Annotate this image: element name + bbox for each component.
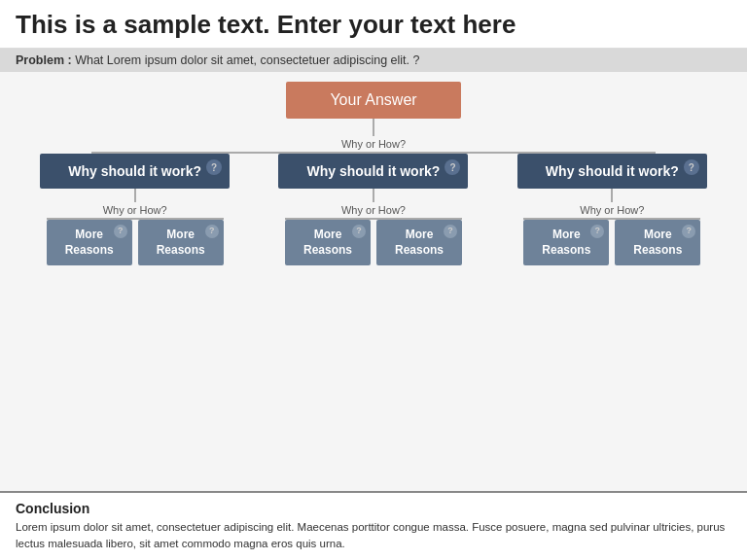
why-box-right-label: Why should it work? <box>546 163 679 179</box>
vert-l1-left <box>134 189 136 202</box>
reason-box-3[interactable]: ? MoreReasons <box>285 220 371 265</box>
level2-row-left: ? MoreReasons ? MoreReasons <box>47 220 224 265</box>
why-how-top-label: Why or How? <box>341 138 406 150</box>
level1-col-center: ? Why should it work? Why or How? ? More… <box>267 154 480 265</box>
reason-box-5[interactable]: ? MoreReasons <box>523 220 609 265</box>
conclusion-title: Conclusion <box>16 501 731 516</box>
q-icon-4: ? <box>444 225 457 238</box>
question-icon-3: ? <box>684 159 699 175</box>
vert-l1-right <box>611 189 613 202</box>
main-title: This is a sample text. Enter your text h… <box>16 10 731 40</box>
problem-label: Problem : <box>16 53 72 67</box>
reason-box-4[interactable]: ? MoreReasons <box>376 220 462 265</box>
why-box-center[interactable]: ? Why should it work? <box>278 154 468 189</box>
why-box-center-label: Why should it work? <box>307 163 441 179</box>
answer-box[interactable]: Your Answer <box>286 82 461 119</box>
why-how-label-center: Why or How? <box>341 204 406 216</box>
why-box-left-label: Why should it work? <box>68 163 201 179</box>
vert-connector-top <box>373 119 374 136</box>
vert-l1-center <box>373 189 374 202</box>
header: This is a sample text. Enter your text h… <box>0 0 747 49</box>
why-box-right[interactable]: ? Why should it work? <box>517 154 707 189</box>
question-icon-2: ? <box>445 159 460 175</box>
q-icon-2: ? <box>205 225 219 238</box>
q-icon-3: ? <box>352 225 366 238</box>
problem-bar: Problem : What Lorem ipsum dolor sit ame… <box>0 49 747 72</box>
question-icon-1: ? <box>206 159 222 175</box>
q-icon-6: ? <box>682 225 695 238</box>
q-icon-1: ? <box>114 225 127 238</box>
problem-text: What Lorem ipsum dolor sit amet, consect… <box>75 53 419 67</box>
conclusion-text: Lorem ipsum dolor sit amet, consectetuer… <box>16 519 731 553</box>
diagram-area: Your Answer Why or How? ? Why should it … <box>0 72 747 490</box>
level2-row-right: ? MoreReasons ? MoreReasons <box>523 220 700 265</box>
page: This is a sample text. Enter your text h… <box>0 0 747 560</box>
level1-row: ? Why should it work? Why or How? ? More… <box>16 154 731 265</box>
level1-col-right: ? Why should it work? Why or How? ? More… <box>505 154 719 265</box>
why-how-label-right: Why or How? <box>580 204 644 216</box>
conclusion-section: Conclusion Lorem ipsum dolor sit amet, c… <box>0 491 747 561</box>
reason-box-1[interactable]: ? MoreReasons <box>47 220 132 265</box>
tree-top: Your Answer Why or How? <box>16 82 731 154</box>
level2-row-center: ? MoreReasons ? MoreReasons <box>285 220 462 265</box>
reason-box-6[interactable]: ? MoreReasons <box>615 220 700 265</box>
level1-col-left: ? Why should it work? Why or How? ? More… <box>28 154 242 265</box>
why-how-label-left: Why or How? <box>103 204 167 216</box>
q-icon-5: ? <box>590 225 604 238</box>
reason-box-2[interactable]: ? MoreReasons <box>138 220 224 265</box>
why-box-left[interactable]: ? Why should it work? <box>40 154 230 189</box>
